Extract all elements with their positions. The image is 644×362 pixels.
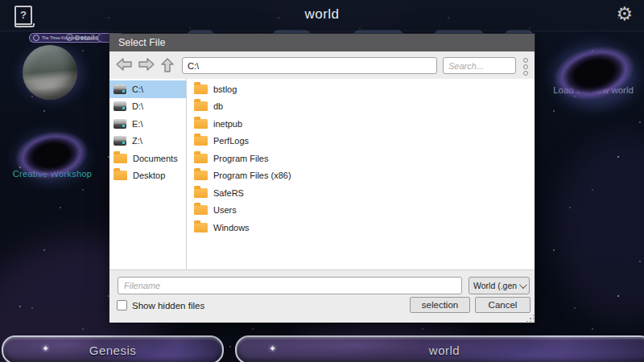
search-input[interactable] xyxy=(443,57,516,74)
drive-icon xyxy=(114,84,126,94)
chevron-down-icon xyxy=(519,281,527,289)
folder-icon xyxy=(194,171,208,180)
dialog-toolbar xyxy=(109,51,535,80)
file-type-value: World (.gen xyxy=(473,281,517,290)
select-file-dialog: Select File C:\ D xyxy=(109,34,535,322)
folder-icon xyxy=(194,154,208,163)
file-row-users[interactable]: Users xyxy=(188,202,535,220)
drive-icon xyxy=(114,119,126,129)
folder-icon xyxy=(114,154,127,163)
sidebar-item-desktop[interactable]: Desktop xyxy=(109,167,186,185)
top-bar: ? world ⚙ xyxy=(0,0,644,31)
genesis-button[interactable]: ✦ Genesis xyxy=(2,335,224,362)
dialog-footer: World (.gen Show hidden files selection … xyxy=(109,269,535,323)
sparkle-icon: ✦ xyxy=(269,343,276,354)
drive-icon xyxy=(114,101,126,111)
file-row-perflogs[interactable]: PerfLogs xyxy=(188,133,535,150)
dialog-body: C:\ D:\ E:\ Z:\ Documents xyxy=(109,79,535,269)
resize-grip[interactable] xyxy=(526,314,534,322)
nebula-blob xyxy=(555,137,644,322)
folder-icon xyxy=(194,136,208,146)
folder-icon xyxy=(194,101,208,111)
file-type-dropdown[interactable]: World (.gen xyxy=(469,277,530,294)
file-row-bstlog[interactable]: bstlog xyxy=(188,80,535,98)
back-arrow-icon[interactable] xyxy=(115,57,134,73)
show-hidden-label: Show hidden files xyxy=(132,301,204,311)
show-hidden-checkbox[interactable] xyxy=(117,300,127,311)
cancel-button[interactable]: Cancel xyxy=(475,297,530,313)
folder-icon xyxy=(194,84,208,94)
up-arrow-icon[interactable] xyxy=(160,57,180,73)
kebab-menu-icon[interactable] xyxy=(523,56,530,77)
world-button-label: world xyxy=(429,343,460,357)
creative-workshop-button[interactable]: Creative Workshop xyxy=(0,119,105,183)
file-row-windows[interactable]: Windows xyxy=(188,219,535,237)
page-title: world xyxy=(0,6,644,23)
address-input[interactable] xyxy=(182,57,437,74)
forward-arrow-icon[interactable] xyxy=(138,57,157,73)
selection-button[interactable]: selection xyxy=(410,297,470,313)
sidebar-item-c-drive[interactable]: C:\ xyxy=(109,80,186,98)
file-row-inetpub[interactable]: inetpub xyxy=(188,115,535,133)
sidebar-item-z-drive[interactable]: Z:\ xyxy=(109,133,186,150)
folder-icon xyxy=(114,171,127,180)
folder-icon xyxy=(194,223,208,232)
file-row-safers[interactable]: SafeRS xyxy=(188,184,535,202)
file-list: bstlog db inetpub PerfLogs Program Files xyxy=(188,80,535,269)
sidebar-item-d-drive[interactable]: D:\ xyxy=(109,98,186,116)
places-sidebar: C:\ D:\ E:\ Z:\ Documents xyxy=(109,79,187,269)
load-new-world-button[interactable]: Load the new world xyxy=(533,29,644,101)
file-row-program-files-x86[interactable]: Program Files (x86) xyxy=(188,167,535,185)
sidebar-item-e-drive[interactable]: E:\ xyxy=(109,115,186,133)
world-button[interactable]: ✦ world xyxy=(235,335,644,362)
world-preview-image[interactable] xyxy=(23,45,77,100)
game-screen: ? world ⚙ The Three Kingdoms Begin to Im… xyxy=(0,0,644,362)
folder-icon xyxy=(194,188,208,198)
gear-icon[interactable]: ⚙ xyxy=(616,3,633,24)
sidebar-item-documents[interactable]: Documents xyxy=(109,150,186,167)
dialog-title: Select File xyxy=(109,34,535,51)
folder-icon xyxy=(194,205,208,215)
genesis-button-label: Genesis xyxy=(89,343,137,357)
sparkle-icon: ✦ xyxy=(42,343,49,354)
folder-icon xyxy=(194,119,208,129)
filename-input[interactable] xyxy=(118,277,462,294)
file-row-db[interactable]: db xyxy=(188,98,535,116)
drive-icon xyxy=(114,136,126,146)
file-row-program-files[interactable]: Program Files xyxy=(188,150,535,167)
